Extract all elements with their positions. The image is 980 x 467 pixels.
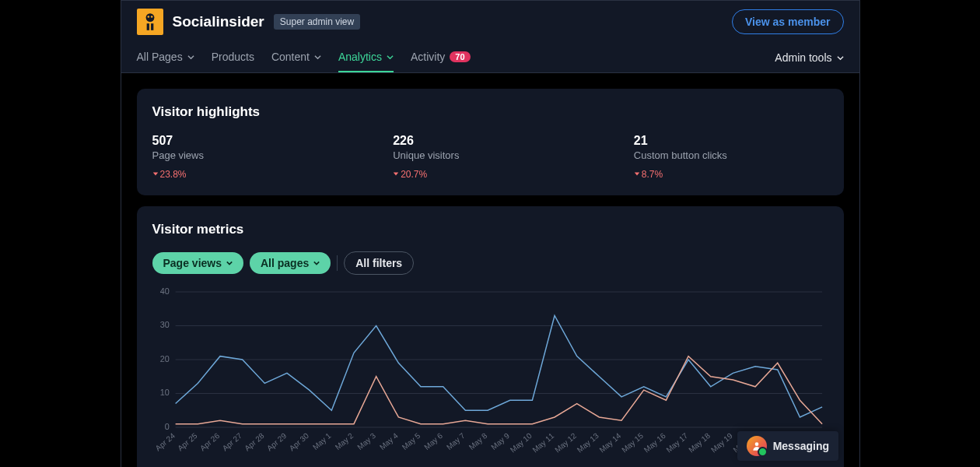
highlight-item: 21Custom button clicks8.7% (634, 134, 828, 180)
svg-point-0 (145, 13, 154, 22)
tab-products[interactable]: Products (212, 43, 254, 72)
highlight-delta: 23.8% (152, 169, 347, 180)
svg-rect-3 (146, 23, 149, 30)
svg-text:May 4: May 4 (378, 431, 400, 451)
tab-label: All Pages (137, 51, 183, 63)
visitor-highlights-card: Visitor highlights 507Page views23.8%226… (137, 89, 844, 195)
tab-label: Activity (411, 51, 445, 63)
visitor-metrics-chart: 010203040Apr 24Apr 25Apr 26Apr 27Apr 28A… (152, 287, 828, 458)
tab-label: Content (271, 51, 310, 63)
tab-activity[interactable]: Activity 70 (411, 43, 471, 72)
all-filters-chip[interactable]: All filters (344, 251, 414, 275)
svg-text:10: 10 (159, 388, 169, 397)
admin-tools-menu[interactable]: Admin tools (775, 44, 843, 72)
chevron-down-icon (387, 54, 394, 61)
highlight-label: Custom button clicks (634, 149, 828, 161)
svg-text:May 3: May 3 (355, 431, 377, 451)
highlight-value: 21 (634, 134, 828, 148)
admin-tools-label: Admin tools (775, 51, 831, 64)
svg-text:May 17: May 17 (664, 431, 689, 455)
tab-label: Products (212, 51, 254, 63)
messaging-label: Messaging (773, 440, 829, 452)
chevron-down-icon (837, 54, 844, 61)
svg-text:Apr 28: Apr 28 (243, 431, 266, 453)
brand-logo[interactable] (137, 9, 163, 35)
svg-text:0: 0 (164, 422, 169, 431)
svg-text:May 19: May 19 (709, 431, 733, 455)
svg-point-45 (754, 442, 758, 446)
chip-label: All filters (355, 257, 402, 269)
view-as-member-button[interactable]: View as member (732, 9, 843, 34)
chevron-down-icon (226, 260, 233, 266)
svg-text:May 6: May 6 (422, 431, 444, 451)
svg-text:May 15: May 15 (620, 431, 645, 455)
tab-analytics[interactable]: Analytics (338, 43, 394, 72)
chevron-down-icon (313, 260, 320, 266)
svg-text:Apr 29: Apr 29 (264, 431, 288, 453)
tab-label: Analytics (338, 51, 382, 63)
admin-view-badge: Super admin view (274, 14, 360, 30)
activity-count-badge: 70 (450, 51, 470, 62)
svg-text:Apr 27: Apr 27 (220, 431, 243, 453)
svg-text:May 7: May 7 (445, 431, 467, 451)
card-title: Visitor highlights (152, 104, 828, 120)
highlight-delta: 20.7% (393, 169, 587, 180)
caret-down-icon (152, 171, 159, 177)
highlight-value: 226 (393, 134, 587, 148)
svg-text:May 2: May 2 (333, 431, 355, 451)
card-title: Visitor metrics (152, 222, 828, 237)
pages-filter-chip[interactable]: All pages (250, 252, 331, 274)
chevron-down-icon (187, 54, 194, 61)
highlight-item: 226Unique visitors20.7% (393, 134, 587, 180)
svg-text:May 11: May 11 (530, 431, 555, 455)
svg-text:Apr 24: Apr 24 (153, 431, 177, 453)
brand-name: Socialinsider (173, 13, 264, 30)
avatar (747, 436, 767, 456)
caret-down-icon (634, 171, 640, 177)
svg-text:May 13: May 13 (575, 431, 600, 455)
svg-text:Apr 25: Apr 25 (176, 431, 199, 453)
svg-text:May 16: May 16 (642, 431, 667, 455)
chip-label: Page views (163, 257, 222, 269)
svg-text:40: 40 (159, 287, 169, 296)
highlight-label: Page views (152, 149, 347, 161)
svg-text:May 5: May 5 (400, 431, 422, 451)
svg-text:May 14: May 14 (597, 431, 622, 455)
highlight-delta: 8.7% (634, 169, 828, 180)
svg-text:May 10: May 10 (508, 431, 533, 455)
svg-text:20: 20 (159, 354, 169, 363)
chevron-down-icon (314, 54, 321, 61)
svg-text:Apr 30: Apr 30 (287, 431, 310, 453)
svg-text:May 1: May 1 (311, 431, 333, 451)
svg-text:30: 30 (159, 320, 169, 329)
svg-text:May 9: May 9 (489, 431, 511, 451)
metric-filter-chip[interactable]: Page views (152, 252, 244, 274)
highlight-item: 507Page views23.8% (152, 134, 347, 180)
svg-text:May 8: May 8 (467, 431, 488, 451)
highlight-label: Unique visitors (393, 149, 587, 161)
svg-text:May 12: May 12 (553, 431, 578, 455)
separator (337, 255, 338, 271)
tab-all-pages[interactable]: All Pages (137, 43, 194, 72)
chip-label: All pages (261, 257, 309, 269)
messaging-widget[interactable]: Messaging (737, 431, 838, 461)
svg-point-2 (150, 16, 152, 18)
visitor-metrics-card: Visitor metrics Page views All pages All… (137, 206, 844, 467)
caret-down-icon (393, 171, 399, 177)
svg-text:May 18: May 18 (687, 431, 712, 455)
highlight-value: 507 (152, 134, 347, 148)
svg-rect-4 (151, 23, 153, 30)
svg-point-1 (147, 16, 149, 18)
svg-text:Apr 26: Apr 26 (198, 431, 221, 453)
tab-content[interactable]: Content (271, 43, 321, 72)
